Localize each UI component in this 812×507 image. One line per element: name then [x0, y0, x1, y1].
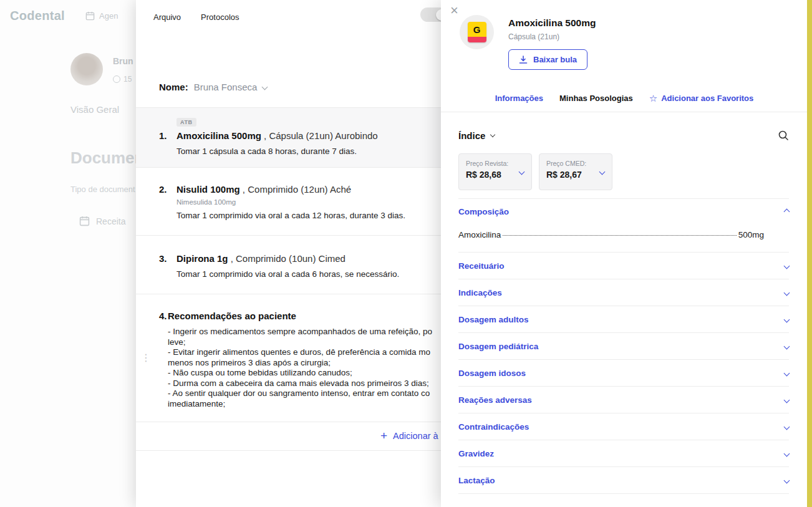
chevron-down-icon — [784, 450, 790, 456]
accordion-dosagem-idosos[interactable]: Dosagem idosos — [458, 360, 789, 387]
price-cmed-value: R$ 28,67 — [546, 170, 605, 180]
recommendation-line: - Ingerir os medicamentos sempre acompan… — [168, 327, 432, 337]
accordion-composicao-header[interactable]: Composição — [458, 207, 789, 216]
page-edge-strip — [807, 0, 812, 507]
recommendation-line: - Durma com a cabeceira da cama mais ele… — [168, 379, 432, 389]
receipt-item-label: Receita — [96, 216, 125, 226]
doc-type-label: Tipo de document — [70, 185, 135, 194]
accordion-dosagem-adultos[interactable]: Dosagem adultos — [458, 306, 789, 333]
item-posology: Tomar 1 comprimido via oral a cada 12 ho… — [176, 211, 405, 220]
editor-menubar: Arquivo Protocolos — [136, 0, 441, 33]
prescription-item-recommendations[interactable]: ⋮ 4. Recomendações ao paciente - Ingerir… — [136, 294, 441, 422]
chevron-down-icon — [784, 423, 790, 430]
chevron-down-icon[interactable] — [262, 84, 268, 90]
accordion-contraindicacoes[interactable]: Contraindicações — [458, 413, 789, 440]
price-cmed-select[interactable]: Preço CMED: R$ 28,67 — [539, 153, 612, 190]
toggle-switch[interactable] — [420, 7, 441, 22]
download-leaflet-label: Baixar bula — [533, 55, 577, 64]
patient-name-select[interactable]: Bruna Fonseca — [194, 82, 258, 92]
accordion-label: Contraindicações — [458, 422, 529, 432]
composition-row: Amoxicilina 500mg — [458, 230, 789, 239]
chevron-down-icon — [784, 289, 790, 296]
drug-presentation: Cápsula (21un) — [508, 32, 596, 41]
accordion-label: Dosagem pediátrica — [458, 342, 538, 351]
search-icon[interactable] — [778, 130, 789, 141]
drug-name: Dipirona 1g — [176, 253, 228, 264]
chevron-down-icon — [784, 316, 790, 322]
nav-agenda-label: Agen — [99, 11, 118, 21]
atb-badge: ATB — [176, 118, 196, 127]
patient-name-label: Nome: — [159, 82, 188, 92]
tab-adicionar-favoritos[interactable]: ☆ Adicionar aos Favoritos — [649, 94, 754, 103]
calendar-icon — [79, 216, 90, 226]
composition-value: 500mg — [738, 230, 764, 239]
price-cmed-label: Preço CMED: — [546, 160, 605, 167]
drug-presentation: , Cápsula (21un) Aurobindo — [261, 130, 378, 141]
drug-header: G Amoxicilina 500mg Cápsula (21un) Baixa… — [441, 0, 808, 70]
drug-brand-logo: G — [460, 15, 494, 49]
item-title: Dipirona 1g , Comprimido (10un) Cimed — [176, 253, 399, 264]
download-leaflet-button[interactable]: Baixar bula — [508, 49, 587, 70]
item-number: 4. — [159, 311, 168, 409]
accordion-lactacao[interactable]: Lactação — [458, 467, 789, 494]
drug-title: Amoxicilina 500mg — [508, 17, 596, 29]
accordion-reacoes-adversas[interactable]: Reações adversas — [458, 387, 789, 413]
item-number: 2. — [159, 184, 176, 220]
receipt-item: Receita — [79, 216, 125, 226]
indice-dropdown[interactable]: Índice — [458, 130, 485, 141]
accordion-indicacoes[interactable]: Indicações — [458, 279, 789, 306]
accordion-label: Gravidez — [458, 449, 494, 458]
drug-presentation: , Comprimido (10un) Cimed — [228, 253, 346, 264]
recommendation-line: - Não cuspa ou tome bebidas utilizando c… — [168, 368, 432, 379]
screen: Codental Agen Brun 15 Visão Geral Docume… — [0, 0, 812, 507]
patient-name: Brun — [113, 56, 133, 66]
drag-handle-icon[interactable]: ⋮ — [141, 352, 151, 364]
composition-name: Amoxicilina — [458, 230, 501, 239]
favorites-label: Adicionar aos Favoritos — [661, 94, 753, 103]
accordion-receituario[interactable]: Receituário — [458, 253, 789, 279]
app-logo: Codental — [10, 9, 65, 23]
item-number: 1. — [159, 130, 176, 156]
patient-meta-value: 15 — [123, 75, 132, 84]
chevron-down-icon — [784, 343, 790, 349]
menu-arquivo[interactable]: Arquivo — [153, 12, 181, 22]
patient-avatar — [70, 53, 103, 85]
add-prescription-button[interactable]: + Adicionar à presc — [136, 422, 441, 451]
brand-letter: G — [468, 22, 486, 37]
drug-name: Amoxicilina 500mg — [176, 130, 261, 141]
menu-protocolos[interactable]: Protocolos — [201, 12, 239, 22]
accordion-composicao: Composição Amoxicilina 500mg — [458, 199, 789, 253]
accordion-dosagem-pediatrica[interactable]: Dosagem pediátrica — [458, 333, 789, 360]
recommendations-title: Recomendações ao paciente — [168, 311, 432, 321]
prescription-item-3[interactable]: 3. Dipirona 1g , Comprimido (10un) Cimed… — [136, 236, 441, 294]
item-title: Amoxicilina 500mg , Cápsula (21un) Aurob… — [176, 130, 378, 141]
close-icon[interactable]: × — [445, 1, 463, 21]
tab-minhas-posologias[interactable]: Minhas Posologias — [559, 94, 633, 103]
tab-informacoes[interactable]: Informações — [495, 94, 543, 103]
recommendation-line: - Evitar ingerir alimentos quentes e dur… — [168, 347, 432, 358]
accordion-gravidez[interactable]: Gravidez — [458, 440, 789, 467]
item-number: 3. — [159, 253, 176, 279]
drug-body: Índice Preço Revista: R$ 28,68 Preço CME… — [441, 130, 808, 494]
nav-agenda: Agen — [85, 11, 118, 21]
accordion-label: Dosagem idosos — [458, 369, 526, 378]
price-revista-value: R$ 28,68 — [466, 170, 524, 180]
patient-meta: 15 — [113, 75, 132, 84]
recommendation-line: - Ao sentir qualquer dor ou sangramento … — [168, 389, 432, 399]
prescription-item-2[interactable]: 2. Nisulid 100mg , Comprimido (12un) Ach… — [136, 168, 441, 236]
chevron-down-icon — [784, 397, 790, 403]
chevron-down-icon[interactable] — [490, 132, 495, 137]
prescription-item-1[interactable]: ATB 1. Amoxicilina 500mg , Cápsula (21un… — [136, 107, 441, 168]
drug-info-panel: × G Amoxicilina 500mg Cápsula (21un) Bai… — [441, 0, 808, 507]
item-generic-name: Nimesulida 100mg — [176, 198, 405, 206]
prescription-editor-panel: Arquivo Protocolos Nome: Bruna Fonseca A… — [136, 0, 441, 507]
item-title: Nisulid 100mg , Comprimido (12un) Aché — [176, 184, 405, 195]
chevron-down-icon — [784, 370, 790, 376]
accordion-label: Lactação — [458, 476, 495, 485]
calendar-icon — [85, 11, 95, 21]
price-revista-select[interactable]: Preço Revista: R$ 28,68 — [458, 153, 532, 190]
recommendation-line: imediatamente; — [168, 399, 432, 410]
accordion-label: Reações adversas — [458, 395, 532, 405]
recommendation-line: leve; — [168, 337, 432, 348]
star-icon: ☆ — [649, 94, 657, 102]
